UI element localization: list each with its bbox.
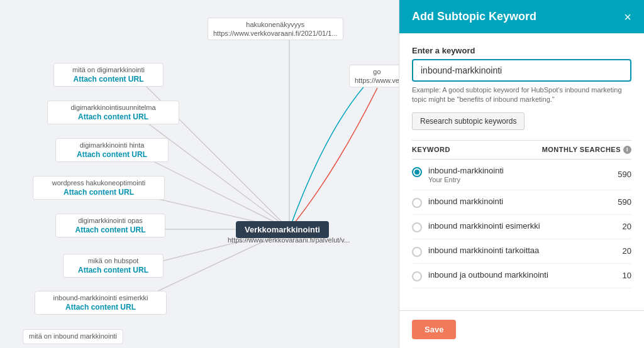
center-node-label: Verkkomarkkinointi: [245, 225, 320, 234]
radio-button-2[interactable]: [412, 222, 422, 232]
keyword-row-left-1: inbound markkinointi: [412, 197, 503, 208]
attach-url-digimarkkinointi-hinta[interactable]: Attach content URL: [61, 150, 163, 159]
node-digimarkkinointisuunnitelma: digimarkkinointisuunnitelma Attach conte…: [47, 101, 179, 124]
node-label-mita-digimarkkinointi: mitä on digimarkkinointi: [59, 66, 158, 73]
node-url-hakukonenakyvyys: https://www.verkkovaraani.fi/2021/01/1..…: [213, 30, 338, 37]
panel-header: Add Subtopic Keyword ×: [399, 0, 644, 33]
attach-url-mika-on-hubspot[interactable]: Attach content URL: [69, 266, 158, 275]
attach-url-wordpress-hakukoneoptimointi[interactable]: Attach content URL: [38, 188, 159, 197]
node-hakukonenakyvyys: hakukonenäkyvyys https://www.verkkovaraa…: [208, 18, 343, 40]
node-wordpress-hakukoneoptimointi: wordpress hakukoneoptimointi Attach cont…: [33, 176, 165, 200]
svg-line-2: [138, 116, 289, 229]
keyword-row-0[interactable]: inbound-markkinointi Your Entry 590: [412, 160, 631, 190]
radio-button-4[interactable]: [412, 271, 422, 281]
keyword-row-left-3: inbound markkinointi tarkoittaa: [412, 246, 539, 257]
attach-url-inbound-markkinointi-esimerkki[interactable]: Attach content URL: [40, 303, 161, 312]
keyword-searches-2: 20: [623, 222, 631, 231]
attach-url-digimarkkinointi-opas[interactable]: Attach content URL: [61, 226, 160, 234]
table-header: KEYWORD MONTHLY SEARCHES i: [412, 141, 631, 160]
keyword-row-2[interactable]: inbound markkinointi esimerkki 20: [412, 215, 631, 239]
radio-button-1[interactable]: [412, 198, 422, 208]
node-mita-digimarkkinointi: mitä on digimarkkinointi Attach content …: [53, 63, 164, 87]
node-label-digimarkkinointi-hinta: digimarkkinointi hinta: [61, 141, 163, 149]
node-url-google: https://www.ve: [355, 77, 399, 84]
node-label-digimarkkinointi-opas: digimarkkinointi opas: [61, 217, 160, 224]
node-digimarkkinointi-hinta: digimarkkinointi hinta Attach content UR…: [55, 138, 169, 162]
keyword-info-0: inbound-markkinointi Your Entry: [428, 166, 504, 183]
your-entry-label: Your Entry: [428, 176, 504, 183]
keyword-name-3: inbound markkinointi tarkoittaa: [428, 246, 539, 255]
th-keyword: KEYWORD: [412, 146, 450, 154]
node-mita-on-inbound: mitä on inbound markkinointi: [23, 329, 123, 344]
node-label-inbound-markkinointi-esimerkki: inbound-markkinointi esimerkki: [40, 294, 161, 302]
node-label-wordpress-hakukoneoptimointi: wordpress hakukoneoptimointi: [38, 179, 159, 187]
th-monthly-searches: MONTHLY SEARCHES i: [542, 146, 631, 154]
attach-url-digimarkkinointisuunnitelma[interactable]: Attach content URL: [53, 112, 174, 121]
node-inbound-markkinointi-esimerkki: inbound-markkinointi esimerkki Attach co…: [35, 291, 167, 315]
keyword-input[interactable]: [412, 59, 631, 82]
center-node-verkkomarkkinointi: Verkkomarkkinointi: [236, 221, 329, 238]
center-node-url-box: https://www.verkkovaraani.fi/palvelut/v.…: [228, 236, 350, 244]
keyword-row-1[interactable]: inbound markkinointi 590: [412, 190, 631, 215]
keyword-row-left-0: inbound-markkinointi Your Entry: [412, 166, 504, 183]
radio-button-0[interactable]: [412, 167, 422, 177]
save-button[interactable]: Save: [412, 320, 456, 339]
attach-url-mita-digimarkkinointi[interactable]: Attach content URL: [59, 75, 158, 84]
keyword-name-4: inbound ja outbound markkinointi: [428, 270, 548, 280]
keywords-results-table: KEYWORD MONTHLY SEARCHES i inbound-markk…: [412, 140, 631, 288]
keyword-searches-1: 590: [618, 197, 631, 207]
center-node-url: https://www.verkkovaraani.fi/palvelut/v.…: [228, 236, 350, 244]
add-subtopic-panel: Add Subtopic Keyword × Enter a keyword E…: [399, 0, 644, 348]
keyword-row-3[interactable]: inbound markkinointi tarkoittaa 20: [412, 239, 631, 264]
node-label-hakukonenakyvyys: hakukonenäkyvyys: [213, 21, 338, 28]
keyword-name-0: inbound-markkinointi: [428, 166, 504, 175]
panel-title: Add Subtopic Keyword: [412, 10, 536, 23]
node-label-google: go: [355, 68, 399, 75]
keyword-name-2: inbound markkinointi esimerkki: [428, 221, 540, 231]
example-text: Example: A good subtopic keyword for Hub…: [412, 85, 631, 105]
keyword-field-label: Enter a keyword: [412, 46, 631, 55]
node-digimarkkinointi-opas: digimarkkinointi opas Attach content URL: [55, 214, 165, 237]
keyword-searches-4: 10: [623, 271, 631, 280]
panel-body: Enter a keyword Example: A good subtopic…: [399, 33, 644, 310]
node-label-mika-on-hubspot: mikä on hubspot: [69, 257, 158, 264]
panel-footer: Save: [399, 310, 644, 348]
keyword-row-left-2: inbound markkinointi esimerkki: [412, 221, 540, 232]
node-mika-on-hubspot: mikä on hubspot Attach content URL: [63, 254, 164, 278]
radio-button-3[interactable]: [412, 247, 422, 257]
keyword-row-4[interactable]: inbound ja outbound markkinointi 10: [412, 264, 631, 288]
close-button[interactable]: ×: [624, 11, 631, 23]
keyword-searches-3: 20: [623, 246, 631, 256]
info-icon[interactable]: i: [623, 146, 631, 154]
node-label-mita-on-inbound: mitä on inbound markkinointi: [28, 332, 118, 340]
keyword-searches-0: 590: [618, 170, 631, 179]
node-label-digimarkkinointisuunnitelma: digimarkkinointisuunnitelma: [53, 104, 174, 111]
keyword-name-1: inbound markkinointi: [428, 197, 503, 206]
keyword-row-left-4: inbound ja outbound markkinointi: [412, 270, 548, 281]
cluster-map: hakukonenäkyvyys https://www.verkkovaraa…: [0, 0, 399, 348]
node-google: go https://www.ve: [349, 65, 399, 87]
research-subtopic-button[interactable]: Research subtopic keywords: [412, 112, 525, 130]
